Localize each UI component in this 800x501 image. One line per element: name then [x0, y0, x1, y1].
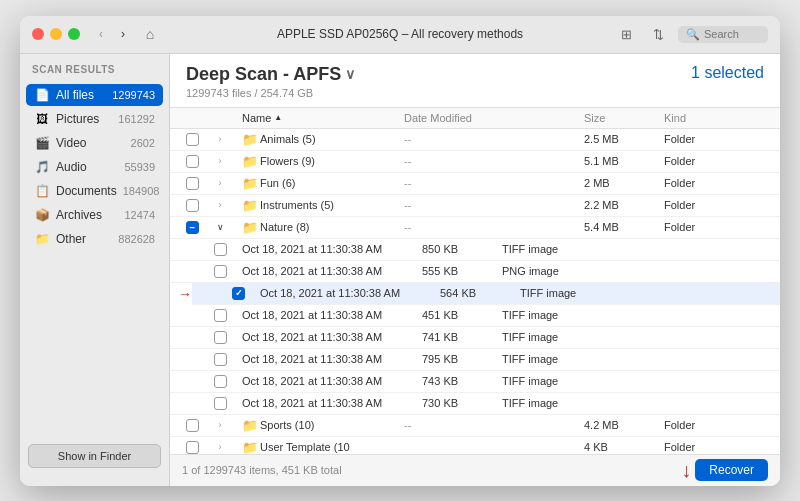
sidebar-label-video: Video	[56, 136, 125, 150]
documents-icon: 📋	[34, 183, 50, 199]
sidebar-item-audio[interactable]: 🎵 Audio 55939	[26, 156, 163, 178]
file-name-cell: 📁 User Template (10	[242, 440, 404, 454]
file-name: Instruments (5)	[260, 199, 334, 211]
size-cell: 4 KB	[584, 441, 664, 453]
expand-icon[interactable]: ›	[214, 199, 226, 211]
sidebar-label-documents: Documents	[56, 184, 117, 198]
folder-icon: 📁	[242, 220, 258, 235]
sort-icon[interactable]: ⇅	[646, 22, 670, 46]
forward-button[interactable]: ›	[114, 25, 132, 43]
search-icon: 🔍	[686, 28, 700, 41]
home-icon[interactable]: ⌂	[138, 22, 162, 46]
size-cell: 2 MB	[584, 177, 664, 189]
row-checkbox[interactable]	[186, 199, 199, 212]
row-checkbox[interactable]	[214, 375, 227, 388]
size-col-label: Size	[584, 112, 605, 124]
maximize-button[interactable]	[68, 28, 80, 40]
size-cell: 741 KB	[422, 331, 502, 343]
other-icon: 📁	[34, 231, 50, 247]
audio-icon: 🎵	[34, 159, 50, 175]
date-cell: --	[404, 221, 584, 233]
col-date-header[interactable]: Date Modified	[404, 112, 584, 124]
kind-col-label: Kind	[664, 112, 686, 124]
sidebar-title: Scan results	[20, 64, 169, 83]
sidebar-footer: Show in Finder	[20, 436, 169, 476]
archives-icon: 📦	[34, 207, 50, 223]
row-checkbox[interactable]	[186, 441, 199, 454]
sidebar-count-archives: 12474	[124, 209, 155, 221]
kind-cell: TIFF image	[502, 375, 602, 387]
date-cell: --	[404, 419, 584, 431]
row-checkbox[interactable]	[186, 155, 199, 168]
row-checkbox[interactable]	[186, 133, 199, 146]
expand-icon[interactable]: ›	[214, 419, 226, 431]
size-cell: 4.2 MB	[584, 419, 664, 431]
table-row: ∨ 📁 Nature (8) -- 5.4 MB Folder	[170, 217, 780, 239]
date-cell: Oct 18, 2021 at 11:30:38 AM	[242, 397, 422, 409]
row-checkbox[interactable]	[186, 221, 199, 234]
col-expand-header	[214, 112, 242, 124]
status-bar: 1 of 1299743 items, 451 KB total ↓ Recov…	[170, 454, 780, 486]
expand-icon[interactable]: ›	[214, 441, 226, 453]
size-cell: 555 KB	[422, 265, 502, 277]
row-checkbox[interactable]	[214, 243, 227, 256]
row-checkbox[interactable]	[214, 353, 227, 366]
row-checkbox[interactable]	[214, 309, 227, 322]
sidebar-item-other[interactable]: 📁 Other 882628	[26, 228, 163, 250]
expand-icon[interactable]: ›	[214, 155, 226, 167]
col-size-header[interactable]: Size	[584, 112, 664, 124]
minimize-button[interactable]	[50, 28, 62, 40]
row-checkbox[interactable]	[186, 419, 199, 432]
left-arrow-indicator: →	[170, 286, 192, 302]
expand-icon[interactable]: ›	[214, 177, 226, 189]
date-cell: --	[404, 199, 584, 211]
table-row: ⬜ Leaf.tif Oct 18, 2021 at 11:30:38 AM 5…	[192, 283, 780, 305]
grid-view-icon[interactable]: ⊞	[614, 22, 638, 46]
content-area: Scan results 📄 All files 1299743 🖼 Pictu…	[20, 54, 780, 486]
search-input[interactable]	[704, 28, 764, 40]
expand-icon[interactable]: ∨	[214, 221, 226, 233]
col-kind-header[interactable]: Kind	[664, 112, 764, 124]
show-finder-button[interactable]: Show in Finder	[28, 444, 161, 468]
row-checkbox[interactable]	[214, 397, 227, 410]
sidebar-item-archives[interactable]: 📦 Archives 12474	[26, 204, 163, 226]
table-row: › 📁 Fun (6) -- 2 MB Folder	[170, 173, 780, 195]
row-checkbox[interactable]	[214, 265, 227, 278]
kind-cell: TIFF image	[502, 353, 602, 365]
table-row: › 📁 User Template (10 ✓ All recovery met…	[170, 437, 780, 454]
size-cell: 743 KB	[422, 375, 502, 387]
size-cell: 5.1 MB	[584, 155, 664, 167]
table-row: › 📁 Instruments (5) -- 2.2 MB Folder	[170, 195, 780, 217]
table-row: ⬜ Cactus.tif Oct 18, 2021 at 11:30:38 AM…	[170, 239, 780, 261]
recover-button[interactable]: Recover	[695, 459, 768, 481]
sidebar-item-video[interactable]: 🎬 Video 2602	[26, 132, 163, 154]
folder-icon: 📁	[242, 440, 258, 454]
file-name: Fun (6)	[260, 177, 295, 189]
sidebar-item-all-files[interactable]: 📄 All files 1299743	[26, 84, 163, 106]
sort-asc-icon: ▲	[274, 113, 282, 122]
size-cell: 2.5 MB	[584, 133, 664, 145]
row-checkbox[interactable]	[232, 287, 245, 300]
sidebar-count-documents: 184908	[123, 185, 160, 197]
expand-icon[interactable]: ›	[214, 133, 226, 145]
close-button[interactable]	[32, 28, 44, 40]
size-cell: 564 KB	[440, 287, 520, 299]
sidebar-item-documents[interactable]: 📋 Documents 184908	[26, 180, 163, 202]
down-arrow-indicator: ↓	[681, 459, 691, 482]
kind-cell: Folder	[664, 155, 764, 167]
table-row: ⬜ Zen.tif Oct 18, 2021 at 11:30:38 AM 73…	[170, 393, 780, 415]
date-cell: --	[404, 155, 584, 167]
row-checkbox[interactable]	[214, 331, 227, 344]
chevron-down-icon[interactable]: ∨	[345, 66, 355, 82]
col-name-header[interactable]: Name ▲	[242, 112, 404, 124]
back-button[interactable]: ‹	[92, 25, 110, 43]
sidebar: Scan results 📄 All files 1299743 🖼 Pictu…	[20, 54, 170, 486]
search-box[interactable]: 🔍	[678, 26, 768, 43]
table-row: ⬜ Lightning.tif Oct 18, 2021 at 11:30:38…	[170, 305, 780, 327]
date-cell: --	[404, 177, 584, 189]
sidebar-item-pictures[interactable]: 🖼 Pictures 161292	[26, 108, 163, 130]
video-icon: 🎬	[34, 135, 50, 151]
row-checkbox[interactable]	[186, 177, 199, 190]
kind-cell: Folder	[664, 221, 764, 233]
date-col-label: Date Modified	[404, 112, 472, 124]
